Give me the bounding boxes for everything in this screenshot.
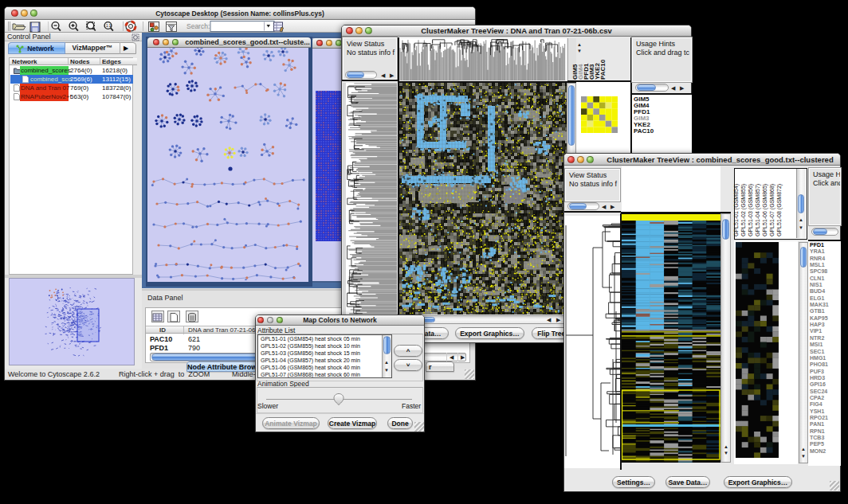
svg-text:1:1: 1:1 xyxy=(106,24,112,28)
svg-text:Search:: Search: xyxy=(186,22,210,30)
